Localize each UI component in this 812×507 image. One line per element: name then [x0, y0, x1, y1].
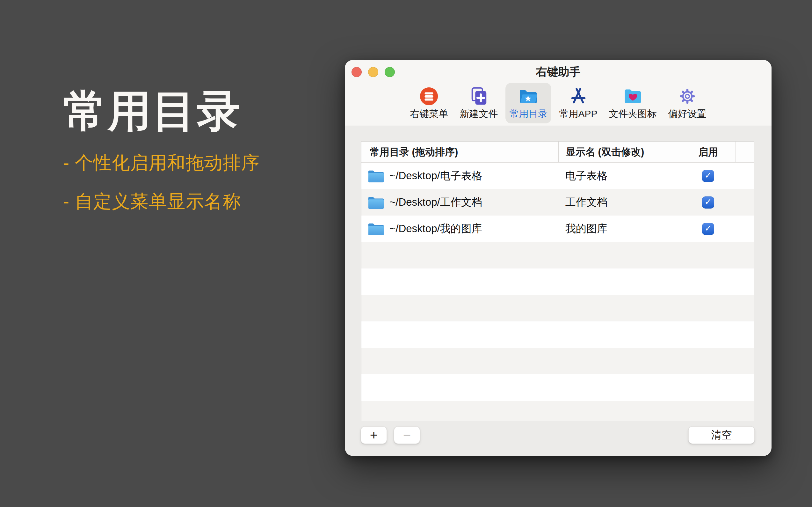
- checkmark-icon: ✓: [705, 198, 712, 206]
- directory-path: ~/Desktop/工作文档: [389, 195, 482, 210]
- clear-button-label: 清空: [711, 428, 732, 442]
- enabled-checkbox[interactable]: ✓: [702, 223, 714, 235]
- add-button[interactable]: +: [361, 426, 387, 444]
- toolbar-item-label: 常用目录: [509, 107, 548, 120]
- toolbar-item-right-click-menu[interactable]: 右键菜单: [406, 83, 452, 123]
- toolbar-item-folder-icons[interactable]: 文件夹图标: [605, 83, 661, 123]
- menu-list-icon: [419, 86, 439, 107]
- gear-icon: [677, 86, 698, 107]
- toolbar-item-label: 右键菜单: [410, 107, 448, 120]
- toolbar-item-label: 文件夹图标: [609, 107, 657, 120]
- enabled-checkbox[interactable]: ✓: [702, 170, 714, 182]
- table-row[interactable]: ~/Desktop/工作文档 工作文档 ✓: [361, 189, 754, 216]
- toolbar-item-new-file[interactable]: 新建文件: [456, 83, 502, 123]
- toolbar-item-label: 新建文件: [459, 107, 498, 120]
- promo-bullet: - 个性化启用和拖动排序: [63, 154, 350, 172]
- column-header-enabled: 启用: [681, 142, 736, 162]
- promo-bullet: - 自定义菜单显示名称: [63, 192, 350, 211]
- promo-title: 常用目录: [63, 86, 350, 136]
- column-header-filler: [736, 142, 754, 162]
- table-row[interactable]: ~/Desktop/电子表格 电子表格 ✓: [361, 163, 754, 189]
- table-empty-row: [361, 242, 754, 269]
- table-empty-row: [361, 374, 754, 401]
- display-name-cell[interactable]: 工作文档: [558, 189, 681, 216]
- clear-button[interactable]: 清空: [688, 426, 755, 444]
- folder-star-icon: [518, 86, 539, 107]
- remove-button[interactable]: −: [394, 426, 420, 444]
- window-titlebar: 右键助手 右键菜单 新建文件 常用目录 常用APP 文件夹图标 偏好设置: [345, 60, 771, 126]
- new-file-icon: [468, 86, 489, 107]
- window-title: 右键助手: [345, 64, 771, 79]
- display-name: 工作文档: [565, 195, 607, 210]
- toolbar-item-label: 常用APP: [559, 107, 597, 120]
- checkmark-icon: ✓: [705, 171, 712, 180]
- directory-path: ~/Desktop/电子表格: [389, 169, 482, 183]
- toolbar-item-common-directories[interactable]: 常用目录: [505, 83, 551, 123]
- column-header-display-name: 显示名 (双击修改): [558, 142, 681, 162]
- directory-path: ~/Desktop/我的图库: [389, 222, 482, 236]
- minus-icon: −: [403, 428, 411, 443]
- folder-icon: [368, 169, 384, 183]
- enabled-checkbox[interactable]: ✓: [702, 196, 714, 209]
- app-window: 右键助手 右键菜单 新建文件 常用目录 常用APP 文件夹图标 偏好设置: [345, 60, 771, 456]
- display-name: 电子表格: [565, 169, 607, 183]
- table-row[interactable]: ~/Desktop/我的图库 我的图库 ✓: [361, 216, 754, 242]
- app-store-icon: [568, 86, 589, 107]
- column-header-path: 常用目录 (拖动排序): [361, 142, 558, 162]
- toolbar-item-preferences[interactable]: 偏好设置: [665, 83, 710, 123]
- display-name: 我的图库: [565, 222, 607, 236]
- table-empty-row: [361, 401, 754, 421]
- table-header: 常用目录 (拖动排序) 显示名 (双击修改) 启用: [361, 142, 754, 163]
- table-body: ~/Desktop/电子表格 电子表格 ✓ ~/Desktop/工作文档: [361, 163, 754, 421]
- folder-icon: [368, 222, 384, 236]
- promo-panel: 常用目录 - 个性化启用和拖动排序 - 自定义菜单显示名称: [63, 86, 350, 231]
- toolbar-item-common-apps[interactable]: 常用APP: [555, 83, 601, 123]
- display-name-cell[interactable]: 电子表格: [558, 163, 681, 189]
- toolbar-item-label: 偏好设置: [668, 107, 706, 120]
- toolbar: 右键菜单 新建文件 常用目录 常用APP 文件夹图标 偏好设置: [345, 83, 771, 123]
- table-empty-row: [361, 348, 754, 374]
- folder-heart-icon: [622, 86, 643, 107]
- table-empty-row: [361, 322, 754, 348]
- checkmark-icon: ✓: [705, 224, 712, 233]
- promo-bullets: - 个性化启用和拖动排序 - 自定义菜单显示名称: [63, 154, 350, 211]
- table-empty-row: [361, 269, 754, 295]
- table-empty-row: [361, 295, 754, 322]
- plus-icon: +: [370, 428, 378, 443]
- folder-icon: [368, 195, 384, 210]
- display-name-cell[interactable]: 我的图库: [558, 216, 681, 242]
- directories-table: 常用目录 (拖动排序) 显示名 (双击修改) 启用 ~/Desktop/电子表格…: [361, 141, 754, 421]
